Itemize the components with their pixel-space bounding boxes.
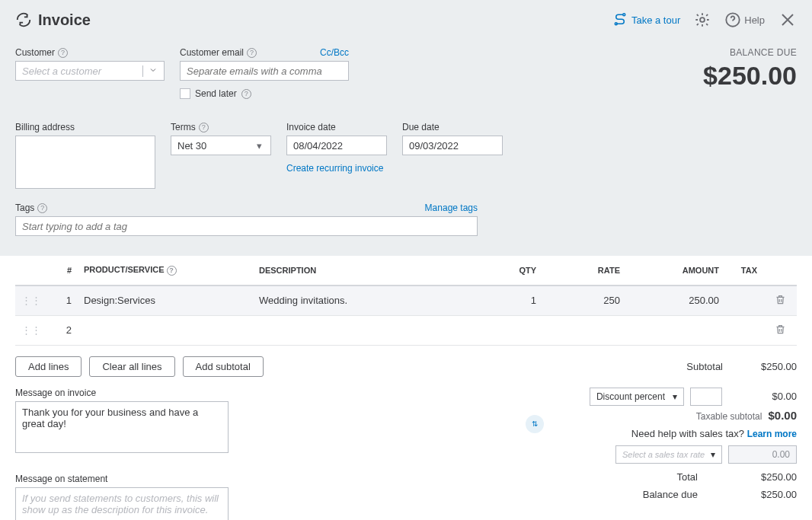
message-invoice-label: Message on invoice xyxy=(15,388,229,398)
invoice-cycle-icon xyxy=(15,11,32,28)
cc-bcc-link[interactable]: Cc/Bcc xyxy=(320,47,349,58)
message-statement-label: Message on statement xyxy=(15,474,229,484)
send-later-checkbox[interactable] xyxy=(180,88,190,99)
caret-down-icon: ▾ xyxy=(673,391,677,402)
trash-icon xyxy=(775,324,786,335)
col-desc: DESCRIPTION xyxy=(253,256,474,286)
manage-tags-link[interactable]: Manage tags xyxy=(425,203,478,213)
balance-due-value: $250.00 xyxy=(728,489,797,500)
gear-icon xyxy=(694,11,711,28)
balance-due-label: BALANCE DUE xyxy=(703,47,797,58)
due-date-input[interactable] xyxy=(402,136,503,155)
close-icon xyxy=(778,11,797,29)
help-icon[interactable]: ? xyxy=(241,89,251,99)
col-amount: AMOUNT xyxy=(626,256,725,286)
col-product: PRODUCT/SERVICE ? xyxy=(78,256,253,286)
email-input[interactable] xyxy=(180,61,349,81)
help-icon[interactable]: ? xyxy=(167,266,177,276)
balance-due-amount: $250.00 xyxy=(703,61,797,91)
help-icon[interactable]: ? xyxy=(199,123,209,132)
route-icon xyxy=(613,13,627,27)
tax-amount: 0.00 xyxy=(728,445,797,464)
svg-point-2 xyxy=(700,18,705,22)
trash-icon xyxy=(775,294,786,305)
terms-label: Terms ? xyxy=(171,122,271,132)
customer-label: Customer ? xyxy=(15,47,165,58)
invoice-date-label: Invoice date xyxy=(286,122,387,132)
subtotal-value: $250.00 xyxy=(761,361,797,372)
col-qty: QTY xyxy=(474,256,542,286)
total-value: $250.00 xyxy=(728,471,797,483)
terms-select[interactable]: Net 30 ▾ xyxy=(171,136,271,155)
email-label: Customer email ? Cc/Bcc xyxy=(180,47,349,58)
message-statement-input[interactable]: If you send statements to customers, thi… xyxy=(15,487,229,521)
recurring-invoice-link[interactable]: Create recurring invoice xyxy=(286,163,387,174)
tags-input[interactable] xyxy=(15,216,478,236)
delete-row-button[interactable] xyxy=(763,286,797,316)
sales-tax-help-text: Need help with sales tax? xyxy=(631,428,744,439)
help-icon[interactable]: ? xyxy=(58,48,68,58)
close-button[interactable] xyxy=(778,11,797,29)
settings-button[interactable] xyxy=(694,11,711,28)
help-button[interactable]: Help xyxy=(724,11,765,28)
take-tour-link[interactable]: Take a tour xyxy=(613,13,680,27)
discount-amount: $0.00 xyxy=(728,391,797,402)
total-label: Total xyxy=(677,471,698,483)
send-later-label: Send later xyxy=(195,88,237,99)
svg-point-1 xyxy=(623,14,625,16)
col-num: # xyxy=(47,256,78,286)
col-tax: TAX xyxy=(725,256,763,286)
table-row[interactable]: ⋮⋮ 1 Design:Services Wedding invitations… xyxy=(15,286,797,316)
invoice-date-input[interactable] xyxy=(286,136,387,155)
help-icon[interactable]: ? xyxy=(247,48,257,58)
due-date-label: Due date xyxy=(402,122,503,132)
add-lines-button[interactable]: Add lines xyxy=(15,356,82,377)
billing-label: Billing address xyxy=(15,122,155,132)
tags-label: Tags ? Manage tags xyxy=(15,203,478,213)
balance-due-label: Balance due xyxy=(643,489,698,500)
delete-row-button[interactable] xyxy=(763,315,797,345)
discount-type-select[interactable]: Discount percent ▾ xyxy=(590,388,684,406)
help-icon xyxy=(724,11,741,28)
billing-address-input[interactable] xyxy=(15,136,155,189)
caret-down-icon: ▾ xyxy=(711,449,715,460)
tax-rate-select[interactable]: Select a sales tax rate ▾ xyxy=(615,445,722,464)
help-icon[interactable]: ? xyxy=(37,203,47,213)
learn-more-link[interactable]: Learn more xyxy=(747,429,797,439)
discount-value-input[interactable] xyxy=(690,388,722,406)
page-title: Invoice xyxy=(15,11,91,29)
table-row[interactable]: ⋮⋮ 2 xyxy=(15,315,797,345)
swap-icon[interactable]: ⇅ xyxy=(526,415,544,433)
subtotal-label: Subtotal xyxy=(686,361,723,372)
caret-down-icon: ▾ xyxy=(249,140,264,152)
taxable-subtotal-value: $0.00 xyxy=(768,409,797,422)
col-rate: RATE xyxy=(542,256,626,286)
drag-handle-icon[interactable]: ⋮⋮ xyxy=(15,315,47,345)
clear-all-button[interactable]: Clear all lines xyxy=(89,356,174,377)
add-subtotal-button[interactable]: Add subtotal xyxy=(183,356,264,377)
customer-select[interactable]: Select a customer xyxy=(15,61,165,81)
chevron-down-icon xyxy=(142,65,158,77)
taxable-subtotal-label: Taxable subtotal xyxy=(696,411,762,422)
drag-handle-icon[interactable]: ⋮⋮ xyxy=(15,286,47,316)
message-invoice-input[interactable]: Thank you for your business and have a g… xyxy=(15,401,229,453)
